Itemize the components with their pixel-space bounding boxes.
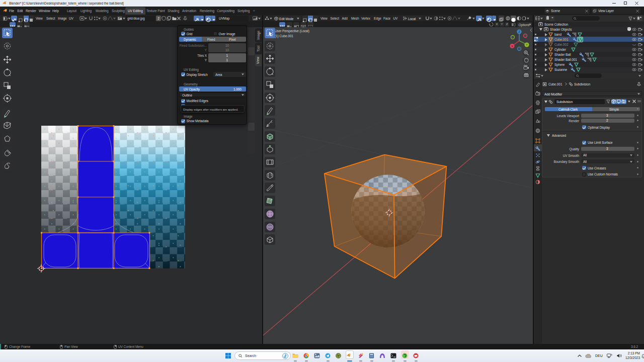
svg-text:Y: Y: [526, 43, 528, 46]
svg-text:X: X: [511, 45, 513, 48]
svg-text:Z: Z: [518, 30, 520, 33]
